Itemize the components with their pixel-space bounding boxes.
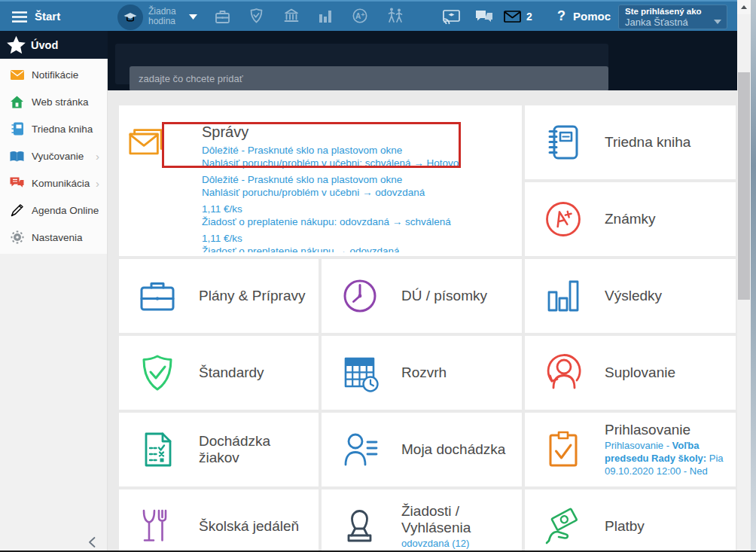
tile-label: Výsledky	[605, 288, 662, 304]
attendance-doc-icon	[138, 430, 177, 469]
main-content: Správy Dôležité - Prasknuté sklo na plas…	[108, 90, 737, 552]
sidebar: Notifikácie Web stránka Triedna kniha Vy…	[0, 59, 108, 552]
tile-spravy[interactable]: Správy Dôležité - Prasknuté sklo na plas…	[119, 105, 522, 256]
chat-icon[interactable]	[475, 10, 493, 24]
tile-label: Plány & Prípravy	[199, 288, 306, 304]
stamp-icon	[340, 507, 380, 546]
chevron-right-icon: ›	[96, 177, 99, 190]
tile-du-pisomky[interactable]: DÚ / písomky	[322, 259, 522, 333]
notebook-icon	[544, 123, 583, 162]
tile-prihlasovanie[interactable]: Prihlasovanie Prihlasovanie - Voľba pred…	[525, 413, 736, 486]
sidebar-item-nastavenia[interactable]: Nastavenia	[0, 224, 107, 251]
grade-icon[interactable]: A⁺	[352, 8, 367, 23]
scrollbar-thumb[interactable]	[738, 72, 750, 300]
bar-chart-icon[interactable]	[319, 10, 331, 23]
clock-icon	[340, 276, 380, 316]
tile-dochadzka-ziakov[interactable]: Dochádzka žiakov	[119, 413, 319, 486]
tile-ziadosti-vyhlasenia[interactable]: Žiadosti / Vyhlásenia odovzdaná (12)	[322, 489, 522, 552]
shield-icon[interactable]	[250, 8, 263, 23]
bank-icon[interactable]	[284, 8, 299, 23]
sidebar-menu: Notifikácie Web stránka Triedna kniha Vy…	[0, 59, 107, 254]
sidebar-item-vyucovanie[interactable]: Vyučovanie ›	[0, 142, 107, 169]
tile-rozvrh[interactable]: Rozvrh	[322, 336, 522, 410]
tile-suplovanie[interactable]: Suplovanie	[525, 336, 736, 410]
message-link[interactable]: Nahlásiť poruchu/problém v učebni: schvá…	[202, 157, 516, 169]
hamburger-icon[interactable]	[12, 11, 27, 23]
tile-label: Štandardy	[199, 364, 264, 381]
spravy-content: Správy Dôležité - Prasknuté sklo na plas…	[202, 124, 516, 252]
tile-vysledky[interactable]: Výsledky	[525, 259, 736, 333]
message-link[interactable]: Dôležité - Prasknuté sklo na plastovom o…	[202, 173, 516, 186]
excursion-icon[interactable]	[387, 8, 404, 23]
user-name: Janka Šťastná	[625, 17, 688, 28]
vertical-scrollbar[interactable]	[737, 0, 751, 552]
cast-icon[interactable]	[443, 10, 460, 24]
app-window: Štart Žiadna hodina A⁺	[0, 0, 756, 552]
person-swap-icon	[544, 353, 583, 392]
tile-plany-pripravy[interactable]: Plány & Prípravy	[119, 259, 319, 333]
sidebar-item-web-stranka[interactable]: Web stránka	[0, 88, 107, 115]
tile-sub-status[interactable]: odovzdaná (12)	[401, 537, 516, 550]
tile-moja-dochadzka[interactable]: Moja dochádzka	[322, 413, 522, 486]
message-link[interactable]: Žiadosť o preplatenie nákupu → odovzdaná	[202, 245, 516, 252]
tile-triedna-kniha[interactable]: Triedna kniha	[525, 105, 736, 179]
double-envelope-icon	[128, 125, 164, 160]
mail-icon[interactable]	[504, 11, 521, 23]
briefcase-icon[interactable]	[215, 10, 230, 23]
message-entry: Dôležité - Prasknuté sklo na plastovom o…	[202, 173, 516, 199]
message-link[interactable]: Nahlásiť poruchu/problém v učebni → odov…	[202, 186, 516, 199]
tile-grid: Správy Dôležité - Prasknuté sklo na plas…	[119, 105, 736, 552]
signed-in-label: Ste prihlásený ako	[625, 7, 702, 16]
message-entry: Dôležité - Prasknuté sklo na plastovom o…	[202, 144, 516, 169]
sidebar-item-agenda-online[interactable]: Agenda Online	[0, 197, 107, 224]
tile-label: Triedna kniha	[605, 134, 690, 151]
message-link[interactable]: 1,11 €/ks	[202, 203, 516, 215]
tile-label: Prihlasovanie	[605, 422, 736, 438]
gear-icon	[10, 230, 24, 245]
notebook-icon	[10, 122, 24, 136]
unread-messages-count[interactable]: 2	[526, 11, 532, 23]
graduation-cap-icon[interactable]	[117, 5, 143, 30]
glass-fork-icon	[138, 507, 177, 546]
tile-znamky[interactable]: Známky	[525, 182, 736, 256]
money-hand-icon	[544, 507, 583, 546]
sidebar-item-notifikacie[interactable]: Notifikácie	[0, 61, 107, 88]
quick-add-band	[108, 31, 737, 90]
quick-add-input[interactable]	[130, 66, 608, 91]
sidebar-item-home[interactable]: Úvod	[0, 31, 108, 59]
pen-icon	[10, 203, 24, 218]
triangle-up-icon	[741, 5, 747, 9]
tile-label: Rozvrh	[401, 364, 447, 381]
quick-add-panel	[115, 44, 608, 84]
sidebar-home-label: Úvod	[31, 39, 58, 51]
tile-skolska-jedalen[interactable]: Školská jedáleň	[119, 489, 319, 552]
user-menu[interactable]: Ste prihlásený ako Janka Šťastná	[618, 5, 727, 29]
message-link[interactable]: 1,11 €/ks	[202, 232, 516, 245]
sidebar-item-triedna-kniha[interactable]: Triedna kniha	[0, 115, 107, 142]
help-button[interactable]: Pomoc	[573, 10, 611, 23]
caret-down-icon[interactable]	[189, 14, 197, 20]
tile-standardy[interactable]: Štandardy	[119, 336, 319, 410]
scroll-up-button[interactable]	[737, 0, 751, 14]
tile-sub-event[interactable]: Prihlasovanie - Voľba predsedu Rady škol…	[605, 439, 736, 477]
briefcase-icon	[138, 276, 177, 316]
message-entry: 1,11 €/ks Žiadosť o preplatenie nákupu: …	[202, 203, 516, 228]
topbar: Štart Žiadna hodina A⁺	[0, 0, 737, 31]
open-book-icon	[10, 149, 24, 163]
help-question-icon[interactable]: ?	[557, 8, 565, 24]
message-link[interactable]: Žiadosť o preplatenie nákupu: odovzdaná …	[202, 215, 516, 228]
tile-label: Žiadosti / Vyhlásenia	[401, 503, 516, 536]
tile-label: Moja dochádzka	[401, 441, 505, 458]
person-lines-icon	[340, 430, 380, 469]
home-icon	[10, 95, 24, 109]
start-menu-button[interactable]: Štart	[35, 10, 60, 23]
message-link[interactable]: Dôležité - Prasknuté sklo na plastovom o…	[202, 144, 516, 157]
caret-down-icon	[714, 20, 721, 24]
chat-icon	[10, 176, 24, 191]
envelope-icon	[10, 68, 24, 82]
current-lesson-selector[interactable]: Žiadna hodina	[148, 7, 191, 26]
sidebar-item-komunikacia[interactable]: Komunikácia ›	[0, 169, 107, 197]
tile-platby[interactable]: Platby	[525, 489, 736, 552]
star-icon	[6, 35, 26, 55]
sidebar-collapse-button[interactable]	[87, 536, 99, 548]
